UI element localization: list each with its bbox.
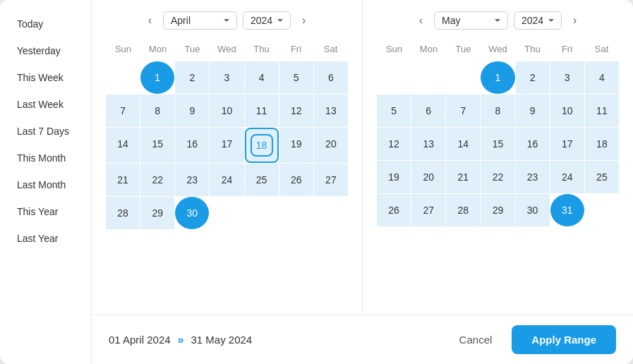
apply-range-button[interactable]: Apply Range bbox=[512, 325, 616, 354]
may-header-tue: Tue bbox=[446, 40, 481, 59]
day-cell[interactable]: 3 bbox=[210, 61, 243, 94]
day-cell[interactable]: 18 bbox=[245, 128, 279, 163]
day-cell[interactable]: 7 bbox=[446, 95, 480, 127]
sidebar-item-last-year[interactable]: Last Year bbox=[4, 226, 87, 251]
day-cell[interactable]: 8 bbox=[481, 95, 514, 127]
day-cell[interactable]: 10 bbox=[550, 95, 584, 127]
day-cell[interactable]: 11 bbox=[585, 95, 619, 127]
day-cell[interactable]: 28 bbox=[446, 194, 480, 226]
day-cell[interactable]: 4 bbox=[245, 61, 279, 94]
day-cell[interactable]: 28 bbox=[106, 197, 140, 229]
april-header-sun: Sun bbox=[106, 40, 140, 59]
day-cell[interactable]: 19 bbox=[377, 161, 411, 193]
day-cell[interactable]: 16 bbox=[516, 128, 550, 160]
may-header-mon: Mon bbox=[411, 40, 446, 59]
april-next-btn[interactable]: › bbox=[296, 11, 311, 30]
day-cell[interactable]: 5 bbox=[377, 95, 411, 127]
day-cell[interactable]: 8 bbox=[140, 95, 174, 127]
may-month-select[interactable]: April JanuaryFebruaryMarch MayJuneJuly A… bbox=[434, 11, 508, 30]
sidebar-item-yesterday[interactable]: Yesterday bbox=[4, 38, 87, 63]
may-year-select[interactable]: 2024 202320222025 bbox=[514, 11, 562, 30]
day-cell[interactable]: 9 bbox=[516, 95, 550, 127]
day-cell[interactable]: 3 bbox=[550, 61, 584, 94]
day-cell[interactable]: 21 bbox=[446, 161, 480, 193]
day-cell[interactable]: 15 bbox=[481, 128, 514, 160]
day-cell[interactable]: 9 bbox=[175, 95, 209, 127]
sidebar-item-last-week[interactable]: Last Week bbox=[4, 92, 87, 117]
day-cell[interactable]: 19 bbox=[279, 128, 313, 163]
day-cell[interactable]: 10 bbox=[210, 95, 243, 127]
april-calendar: ‹ April JanuaryFebruaryMarch MayJuneJuly… bbox=[92, 0, 363, 315]
day-cell[interactable]: 27 bbox=[314, 164, 348, 196]
day-cell[interactable]: 11 bbox=[245, 95, 279, 127]
day-cell[interactable]: 2 bbox=[175, 61, 209, 94]
empty-cell bbox=[106, 61, 140, 94]
day-cell[interactable]: 13 bbox=[411, 128, 445, 160]
day-cell[interactable]: 31 bbox=[550, 194, 584, 226]
sidebar-item-this-month[interactable]: This Month bbox=[4, 145, 87, 171]
day-cell[interactable]: 27 bbox=[411, 194, 445, 226]
may-header-sun: Sun bbox=[377, 40, 411, 59]
day-cell[interactable]: 6 bbox=[411, 95, 445, 127]
day-cell[interactable]: 21 bbox=[106, 164, 140, 196]
day-cell[interactable]: 12 bbox=[377, 128, 411, 160]
day-cell[interactable]: 29 bbox=[140, 197, 174, 229]
day-cell[interactable]: 29 bbox=[481, 194, 514, 226]
april-grid: Sun Mon Tue Wed Thu Fri Sat 123456789101… bbox=[106, 40, 348, 229]
april-header-tue: Tue bbox=[175, 40, 210, 59]
may-next-btn[interactable]: › bbox=[567, 11, 582, 30]
day-cell[interactable]: 24 bbox=[550, 161, 584, 193]
day-cell[interactable]: 14 bbox=[106, 128, 140, 163]
may-header-fri: Fri bbox=[550, 40, 584, 59]
day-cell[interactable]: 16 bbox=[175, 128, 209, 163]
day-cell[interactable]: 26 bbox=[377, 194, 411, 226]
sidebar-item-last-month[interactable]: Last Month bbox=[4, 172, 87, 198]
day-cell[interactable]: 6 bbox=[314, 61, 348, 94]
april-days: 1234567891011121314151617181920212223242… bbox=[106, 61, 348, 229]
day-cell[interactable]: 15 bbox=[140, 128, 174, 163]
april-header-sat: Sat bbox=[313, 40, 348, 59]
april-year-select[interactable]: 2024 202320222025 bbox=[243, 11, 291, 30]
day-cell[interactable]: 30 bbox=[175, 197, 209, 229]
day-cell[interactable]: 22 bbox=[140, 164, 174, 196]
footer-actions: Cancel Apply Range bbox=[448, 325, 616, 354]
day-cell[interactable]: 14 bbox=[446, 128, 480, 160]
day-cell[interactable]: 1 bbox=[481, 61, 514, 94]
day-cell[interactable]: 4 bbox=[585, 61, 619, 94]
day-cell[interactable]: 25 bbox=[585, 161, 619, 193]
sidebar-item-this-week[interactable]: This Week bbox=[4, 65, 87, 90]
may-header: ‹ April JanuaryFebruaryMarch MayJuneJuly… bbox=[377, 11, 619, 30]
day-cell[interactable]: 24 bbox=[210, 164, 243, 196]
sidebar: Today Yesterday This Week Last Week Last… bbox=[0, 0, 92, 364]
day-cell[interactable]: 17 bbox=[550, 128, 584, 160]
day-cell[interactable]: 17 bbox=[210, 128, 243, 163]
april-month-select[interactable]: April JanuaryFebruaryMarch MayJuneJuly A… bbox=[163, 11, 237, 30]
day-cell[interactable]: 23 bbox=[175, 164, 209, 196]
day-cell[interactable]: 25 bbox=[245, 164, 279, 196]
day-cell[interactable]: 1 bbox=[140, 61, 174, 94]
sidebar-item-today[interactable]: Today bbox=[4, 11, 87, 37]
day-cell[interactable]: 5 bbox=[279, 61, 313, 94]
day-cell[interactable]: 22 bbox=[481, 161, 514, 193]
day-cell[interactable]: 30 bbox=[516, 194, 550, 226]
sidebar-item-last-7-days[interactable]: Last 7 Days bbox=[4, 119, 87, 144]
may-grid: Sun Mon Tue Wed Thu Fri Sat 123456789101… bbox=[377, 40, 619, 226]
sidebar-item-this-year[interactable]: This Year bbox=[4, 199, 87, 224]
may-header-thu: Thu bbox=[515, 40, 550, 59]
day-cell[interactable]: 12 bbox=[279, 95, 313, 127]
cancel-button[interactable]: Cancel bbox=[448, 328, 504, 351]
april-header: ‹ April JanuaryFebruaryMarch MayJuneJuly… bbox=[106, 11, 348, 30]
day-cell[interactable]: 13 bbox=[314, 95, 348, 127]
day-cell[interactable]: 20 bbox=[411, 161, 445, 193]
day-cell[interactable]: 2 bbox=[516, 61, 550, 94]
april-day-headers: Sun Mon Tue Wed Thu Fri Sat bbox=[106, 40, 348, 59]
day-cell[interactable]: 18 bbox=[585, 128, 619, 160]
day-cell[interactable]: 23 bbox=[516, 161, 550, 193]
may-prev-btn[interactable]: ‹ bbox=[414, 11, 428, 30]
april-prev-btn[interactable]: ‹ bbox=[143, 11, 157, 30]
day-cell[interactable]: 26 bbox=[279, 164, 313, 196]
may-header-wed: Wed bbox=[481, 40, 515, 59]
april-header-wed: Wed bbox=[210, 40, 244, 59]
day-cell[interactable]: 7 bbox=[106, 95, 140, 127]
day-cell[interactable]: 20 bbox=[314, 128, 348, 163]
